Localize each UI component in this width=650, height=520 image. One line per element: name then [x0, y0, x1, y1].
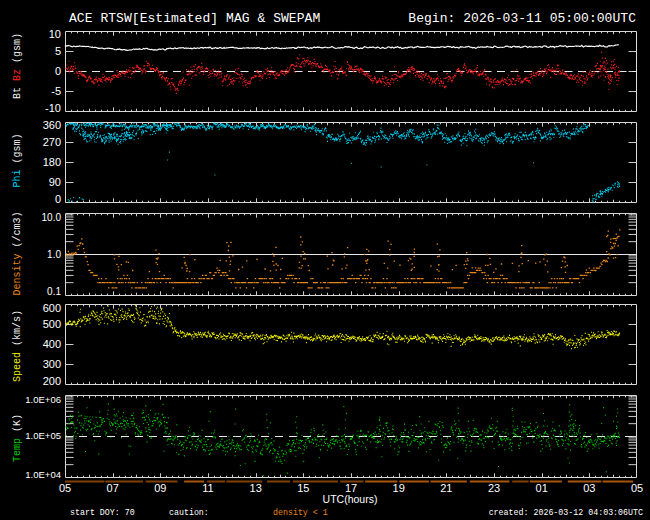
svg-text:start DOY: 70: start DOY: 70	[70, 508, 135, 517]
svg-text:Phi (gsm): Phi (gsm)	[12, 133, 23, 187]
svg-text:-10: -10	[45, 102, 61, 114]
svg-text:density < 1: density < 1	[273, 508, 328, 517]
svg-text:caution:: caution:	[169, 508, 209, 517]
svg-text:360: 360	[43, 119, 61, 131]
svg-text:270: 270	[43, 136, 61, 148]
svg-text:05: 05	[59, 482, 71, 494]
svg-text:0: 0	[55, 65, 61, 77]
svg-text:5: 5	[55, 45, 61, 57]
svg-text:300: 300	[43, 358, 61, 370]
svg-text:0.1: 0.1	[47, 286, 61, 297]
svg-text:19: 19	[393, 482, 405, 494]
svg-text:200: 200	[43, 375, 61, 387]
svg-text:-5: -5	[51, 85, 61, 97]
svg-text:23: 23	[488, 482, 500, 494]
svg-text:1.0E+05: 1.0E+05	[25, 430, 61, 441]
svg-text:09: 09	[154, 482, 166, 494]
svg-text:10: 10	[49, 28, 61, 40]
svg-text:07: 07	[107, 482, 119, 494]
svg-text:03: 03	[583, 482, 595, 494]
svg-text:15: 15	[297, 482, 309, 494]
svg-text:400: 400	[43, 338, 61, 350]
svg-text:Begin: 2026-03-11 05:00:00UTC: Begin: 2026-03-11 05:00:00UTC	[408, 11, 636, 26]
svg-text:05: 05	[631, 482, 643, 494]
svg-text:10.0: 10.0	[42, 212, 62, 223]
svg-text:0: 0	[55, 193, 61, 205]
svg-text:90: 90	[49, 176, 61, 188]
svg-text:600: 600	[43, 302, 61, 314]
svg-text:Temp (K): Temp (K)	[12, 414, 23, 462]
svg-text:01: 01	[536, 482, 548, 494]
svg-text:Bt Bz (gsm): Bt Bz (gsm)	[12, 33, 23, 99]
svg-text:created: 2026-03-12 04:03:06UT: created: 2026-03-12 04:03:06UTC	[489, 508, 643, 517]
svg-text:ACE RTSW[Estimated] MAG & SWEP: ACE RTSW[Estimated] MAG & SWEPAM	[69, 11, 320, 26]
svg-text:1.0: 1.0	[47, 249, 61, 260]
svg-text:13: 13	[250, 482, 262, 494]
svg-text:1.0E+04: 1.0E+04	[25, 469, 61, 480]
svg-text:Density (/cm3): Density (/cm3)	[12, 211, 23, 295]
svg-text:1.0E+06: 1.0E+06	[25, 394, 61, 405]
svg-text:UTC(hours): UTC(hours)	[323, 493, 378, 505]
svg-text:21: 21	[440, 482, 452, 494]
svg-text:Speed (km/s): Speed (km/s)	[12, 310, 23, 382]
svg-text:500: 500	[43, 318, 61, 330]
svg-text:11: 11	[202, 482, 213, 494]
svg-text:180: 180	[43, 156, 61, 168]
